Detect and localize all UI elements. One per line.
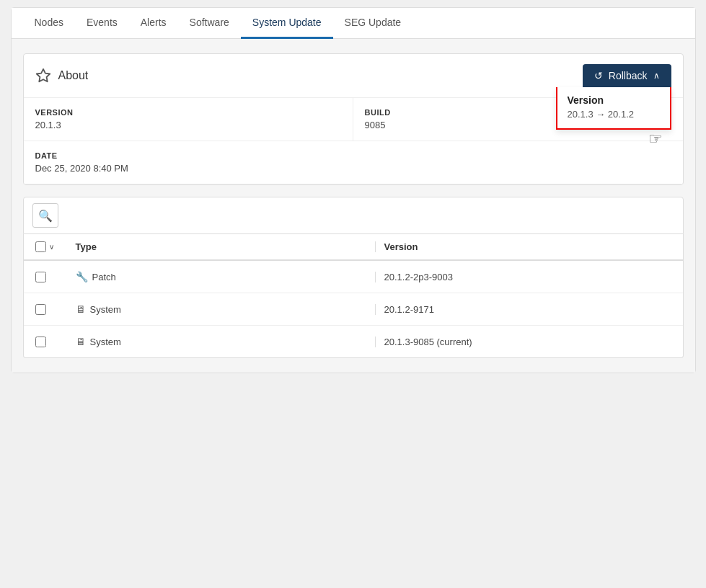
about-title: About — [58, 69, 89, 82]
chevron-up-icon: ∧ — [653, 71, 660, 81]
version-column-header: Version — [375, 241, 683, 252]
rollback-wrapper: ↺ Rollback ∧ Version 20.1.3 → 20.1.2 ☞ — [583, 64, 671, 87]
wrench-icon: 🔧 — [76, 271, 88, 282]
svg-marker-0 — [36, 69, 49, 81]
about-card: About ↺ Rollback ∧ Version 20.1.3 → 20.1… — [23, 53, 684, 185]
table-container: ∨ Type Version 🔧 Patch 20.1.2-2p3-9003 — [23, 234, 684, 358]
table-row: 🖥 System 20.1.3-9085 (current) — [24, 326, 683, 357]
row1-checkbox[interactable] — [35, 272, 46, 282]
tab-nodes[interactable]: Nodes — [23, 8, 75, 39]
row3-type-cell: 🖥 System — [67, 336, 375, 347]
tab-alerts[interactable]: Alerts — [129, 8, 178, 39]
row2-checkbox-cell — [24, 304, 67, 315]
cursor-hand-icon: ☞ — [648, 130, 663, 148]
rollback-button[interactable]: ↺ Rollback ∧ — [583, 64, 671, 87]
refresh-icon: ↺ — [594, 70, 603, 81]
rollback-label: Rollback — [609, 70, 648, 81]
type-column-header: Type — [67, 241, 375, 252]
table-header: ∨ Type Version — [24, 234, 683, 261]
search-bar: 🔍 — [23, 197, 684, 234]
tab-system-update[interactable]: System Update — [241, 8, 333, 39]
row1-type-cell: 🔧 Patch — [67, 271, 375, 282]
tab-bar: Nodes Events Alerts Software System Upda… — [12, 8, 695, 39]
about-header: About ↺ Rollback ∧ Version 20.1.3 → 20.1… — [24, 54, 683, 98]
checkbox-header-cell: ∨ — [24, 241, 67, 252]
search-button[interactable]: 🔍 — [32, 203, 58, 228]
row2-type-cell: 🖥 System — [67, 303, 375, 315]
row3-checkbox[interactable] — [35, 337, 46, 347]
rollback-dropdown-version: 20.1.3 → 20.1.2 — [568, 109, 660, 120]
monitor-icon: 🖥 — [76, 303, 86, 315]
search-icon: 🔍 — [38, 209, 53, 223]
about-title-group: About — [35, 68, 89, 84]
main-container: Nodes Events Alerts Software System Upda… — [11, 7, 696, 373]
content-area: About ↺ Rollback ∧ Version 20.1.3 → 20.1… — [12, 39, 695, 373]
row1-version-cell: 20.1.2-2p3-9003 — [375, 272, 683, 282]
about-icon — [35, 68, 51, 84]
row2-version-cell: 20.1.2-9171 — [375, 304, 683, 315]
tab-software[interactable]: Software — [178, 8, 241, 39]
version-cell: VERSION 20.1.3 — [24, 98, 353, 141]
row2-type-label: System — [90, 304, 121, 315]
version-value: 20.1.3 — [35, 120, 341, 130]
row1-type-label: Patch — [92, 272, 116, 282]
row3-type-label: System — [90, 337, 121, 347]
table-row: 🖥 System 20.1.2-9171 — [24, 293, 683, 326]
row2-checkbox[interactable] — [35, 304, 46, 315]
header-chevron-icon: ∨ — [49, 243, 54, 251]
row3-checkbox-cell — [24, 337, 67, 347]
row1-checkbox-cell — [24, 272, 67, 282]
rollback-dropdown-title: Version — [568, 94, 660, 106]
version-label: VERSION — [35, 108, 341, 117]
date-label: DATE — [35, 151, 671, 160]
table-row: 🔧 Patch 20.1.2-2p3-9003 — [24, 261, 683, 293]
date-value: Dec 25, 2020 8:40 PM — [35, 163, 671, 174]
date-cell: DATE Dec 25, 2020 8:40 PM — [24, 141, 683, 184]
tab-events[interactable]: Events — [75, 8, 129, 39]
select-all-checkbox[interactable] — [35, 241, 46, 252]
row3-version-cell: 20.1.3-9085 (current) — [375, 337, 683, 347]
tab-seg-update[interactable]: SEG Update — [333, 8, 413, 39]
monitor-icon: 🖥 — [76, 336, 86, 347]
rollback-dropdown: Version 20.1.3 → 20.1.2 ☞ — [556, 87, 671, 130]
